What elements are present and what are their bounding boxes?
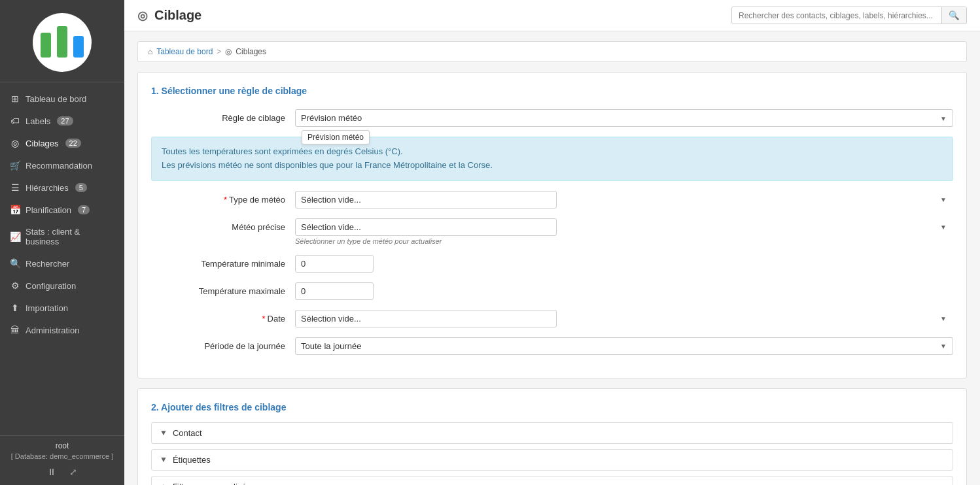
filter-group-contact: ▼ Contact: [151, 422, 953, 444]
periode-label: Période de la journée: [151, 337, 295, 351]
filter-group-contact-label: Contact: [173, 428, 202, 438]
label-icon: 🏷: [10, 116, 20, 126]
sidebar-label-configuration: Configuration: [26, 281, 76, 291]
breadcrumb-current-icon: ◎: [225, 47, 232, 56]
page-title-icon: ◎: [137, 8, 148, 23]
page-title: Ciblage: [154, 8, 201, 23]
meteo-precise-row: Météo précise Sélection vide... Sélectio…: [151, 218, 953, 245]
planification-badge: 7: [78, 205, 90, 214]
sidebar-item-tableau-de-bord[interactable]: ⊞ Tableau de bord: [0, 88, 124, 110]
admin-icon: 🏛: [10, 325, 20, 335]
periode-select-wrap: Toute la journée: [295, 337, 953, 355]
filter-group-etiquettes-label: Étiquettes: [173, 455, 211, 465]
periode-select[interactable]: Toute la journée: [295, 337, 953, 355]
sidebar-item-configuration[interactable]: ⚙ Configuration: [0, 275, 124, 297]
page-header: ◎ Ciblage 🔍: [124, 0, 980, 31]
footer-database: [ Database: demo_ecommerce ]: [10, 452, 114, 460]
sidebar-navigation: ⊞ Tableau de bord 🏷 Labels 27 ◎ Ciblages…: [0, 82, 124, 435]
sidebar-label-importation: Importation: [26, 303, 68, 313]
regle-select-wrap: Prévision météo: [295, 109, 953, 127]
type-meteo-required: *: [224, 195, 227, 205]
sidebar-item-hierarchies[interactable]: ☰ Hiérarchies 5: [0, 176, 124, 199]
section2-card: 2. Ajouter des filtres de ciblage ▼ Cont…: [137, 388, 967, 485]
regle-control-wrap: Prévision météo Prévision météo: [295, 109, 953, 127]
chevron-filtres-icon: ▲: [160, 482, 167, 485]
expand-icon[interactable]: ⤢: [69, 467, 77, 477]
global-search-button[interactable]: 🔍: [941, 7, 966, 24]
periode-row: Période de la journée Toute la journée: [151, 337, 953, 355]
sidebar-item-recommandation[interactable]: 🛒 Recommandation: [0, 154, 124, 176]
date-required: *: [262, 314, 265, 324]
calendar-icon: 📅: [10, 205, 20, 215]
breadcrumb-home-icon: ⌂: [148, 47, 152, 56]
sidebar-item-importation[interactable]: ⬆ Importation: [0, 297, 124, 319]
footer-username: root: [10, 441, 114, 450]
sidebar-label-stats: Stats : client & business: [26, 227, 114, 246]
sidebar-item-ciblages[interactable]: ◎ Ciblages 22: [0, 132, 124, 154]
sidebar-label-ciblages: Ciblages: [26, 139, 59, 148]
info-line1: Toutes les températures sont exprimées e…: [162, 145, 943, 159]
labels-badge: 27: [57, 116, 73, 125]
type-meteo-row: *Type de météo Sélection vide...: [151, 191, 953, 209]
minimize-icon[interactable]: ⏸: [47, 467, 56, 477]
meteo-precise-select[interactable]: Sélection vide...: [295, 218, 557, 236]
temp-max-label: Température maximale: [151, 282, 295, 296]
breadcrumb-current: Ciblages: [236, 47, 266, 56]
filter-group-etiquettes: ▼ Étiquettes: [151, 449, 953, 471]
sidebar-logo: [0, 0, 124, 82]
breadcrumb-home-link[interactable]: Tableau de bord: [156, 47, 213, 56]
meteo-precise-label: Météo précise: [151, 218, 295, 232]
filter-group-filtres-header[interactable]: ▲ Filtres personnalisés: [152, 477, 953, 485]
type-meteo-label: *Type de météo: [151, 191, 295, 205]
regle-row: Règle de ciblage Prévision météo Prévisi…: [151, 109, 953, 127]
sidebar-item-labels[interactable]: 🏷 Labels 27: [0, 110, 124, 132]
regle-tooltip: Prévision météo: [302, 130, 370, 144]
type-meteo-select-wrap: Sélection vide...: [295, 191, 953, 209]
stats-icon: 📈: [10, 231, 20, 242]
filter-group-filtres: ▲ Filtres personnalisés: [151, 476, 953, 485]
type-meteo-select[interactable]: Sélection vide...: [295, 191, 557, 209]
date-label: *Date: [151, 310, 295, 324]
sidebar-label-rechercher: Rechercher: [26, 259, 69, 269]
hierarchy-icon: ☰: [10, 182, 20, 193]
sidebar-label-labels: Labels: [26, 116, 50, 126]
date-wrap: Sélection vide...: [295, 310, 953, 327]
regle-dropdown-container: Prévision météo Prévision météo: [295, 109, 953, 127]
sidebar-item-rechercher[interactable]: 🔍 Rechercher: [0, 252, 124, 275]
svg-rect-0: [41, 33, 51, 58]
global-search-box: 🔍: [731, 7, 967, 24]
filter-group-contact-header[interactable]: ▼ Contact: [152, 423, 953, 443]
global-search-input[interactable]: [732, 8, 941, 24]
temp-max-row: Température maximale: [151, 282, 953, 300]
section2-title: 2. Ajouter des filtres de ciblage: [151, 402, 953, 412]
breadcrumb: ⌂ Tableau de bord > ◎ Ciblages: [137, 41, 967, 62]
date-row: *Date Sélection vide...: [151, 310, 953, 327]
svg-rect-1: [57, 26, 67, 58]
page-title-container: ◎ Ciblage: [137, 8, 201, 23]
sidebar-label-hierarchies: Hiérarchies: [26, 183, 69, 193]
temp-min-wrap: [295, 255, 953, 273]
sidebar-item-planification[interactable]: 📅 Planification 7: [0, 199, 124, 221]
meteo-precise-select-wrap: Sélection vide...: [295, 218, 953, 236]
filter-group-etiquettes-header[interactable]: ▼ Étiquettes: [152, 450, 953, 470]
sidebar-label-tableau-de-bord: Tableau de bord: [26, 94, 86, 104]
logo-circle: [33, 13, 92, 72]
sidebar-item-stats[interactable]: 📈 Stats : client & business: [0, 221, 124, 252]
info-line2: Les prévisions météo ne sont disponibles…: [162, 159, 943, 173]
info-box: Toutes les températures sont exprimées e…: [151, 137, 953, 181]
sidebar-item-administration[interactable]: 🏛 Administration: [0, 319, 124, 341]
temp-max-input[interactable]: [295, 282, 374, 300]
periode-wrap: Toute la journée: [295, 337, 953, 355]
import-icon: ⬆: [10, 303, 20, 313]
type-meteo-wrap: Sélection vide...: [295, 191, 953, 209]
date-select-wrap: Sélection vide...: [295, 310, 953, 327]
section1-title: 1. Sélectionner une règle de ciblage: [151, 86, 953, 96]
sidebar: ⊞ Tableau de bord 🏷 Labels 27 ◎ Ciblages…: [0, 0, 124, 485]
date-select[interactable]: Sélection vide...: [295, 310, 557, 327]
main-content: ◎ Ciblage 🔍 ⌂ Tableau de bord > ◎ Ciblag…: [124, 0, 980, 485]
regle-label: Règle de ciblage: [151, 109, 295, 123]
temp-min-input[interactable]: [295, 255, 374, 273]
target-icon: ◎: [10, 138, 20, 148]
regle-select[interactable]: Prévision météo: [295, 109, 953, 127]
meteo-precise-hint: Sélectionner un type de météo pour actua…: [295, 237, 953, 245]
